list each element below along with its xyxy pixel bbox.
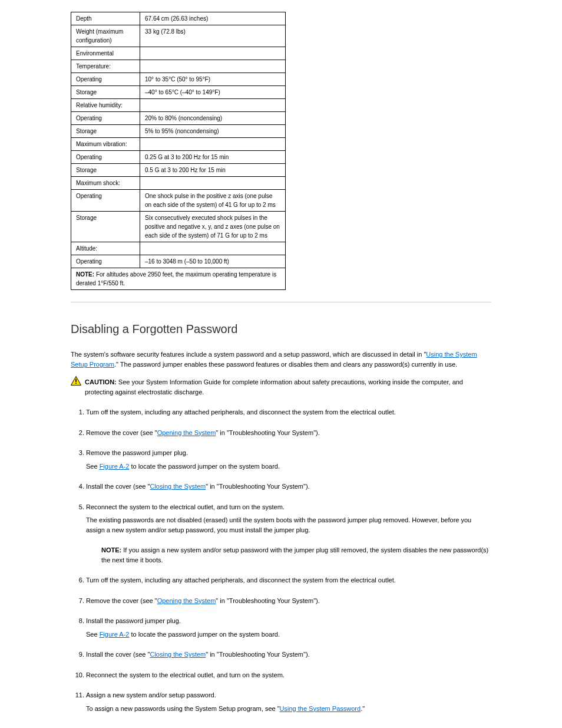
spec-name-cell: Relative humidity: xyxy=(71,99,140,112)
table-row: Storage0.5 G at 3 to 200 Hz for 15 min xyxy=(71,164,286,177)
spec-name-cell: Depth xyxy=(71,12,140,25)
step-subtext: See Figure A-2 to locate the password ju… xyxy=(86,630,491,640)
step-link[interactable]: Using the System Password xyxy=(280,705,361,712)
figure-link[interactable]: Figure A-2 xyxy=(100,463,130,470)
step-item: Install the cover (see "Closing the Syst… xyxy=(86,482,491,492)
svg-rect-1 xyxy=(75,379,77,383)
spec-value-cell: 20% to 80% (noncondensing) xyxy=(140,112,286,125)
spec-name-cell: Environmental xyxy=(71,47,140,60)
table-row: Operating0.25 G at 3 to 200 Hz for 15 mi… xyxy=(71,151,286,164)
spec-name-cell: Operating xyxy=(71,255,140,268)
caution-icon xyxy=(71,376,81,397)
spec-value-cell: One shock pulse in the positive z axis (… xyxy=(140,190,286,212)
table-row: Environmental xyxy=(71,47,286,60)
intro-paragraph: The system's software security features … xyxy=(71,350,491,369)
step-item: Reconnect the system to the electrical o… xyxy=(86,670,491,680)
table-note-row: NOTE: For altitudes above 2950 feet, the… xyxy=(71,268,286,290)
table-row: Temperature: xyxy=(71,60,286,73)
spec-name-cell: Maximum vibration: xyxy=(71,138,140,151)
spec-name-cell: Operating xyxy=(71,73,140,86)
spec-value-cell xyxy=(140,47,286,60)
spec-value-cell: Six consecutively executed shock pulses … xyxy=(140,212,286,242)
table-row: Storage–40° to 65°C (–40° to 149°F) xyxy=(71,86,286,99)
spec-value-cell: 10° to 35°C (50° to 95°F) xyxy=(140,73,286,86)
spec-value-cell xyxy=(140,138,286,151)
spec-value-cell: 0.25 G at 3 to 200 Hz for 15 min xyxy=(140,151,286,164)
spec-value-cell xyxy=(140,60,286,73)
table-row: Operating20% to 80% (noncondensing) xyxy=(71,112,286,125)
step-item: Remove the password jumper plug.See Figu… xyxy=(86,448,491,471)
step-link[interactable]: Closing the System xyxy=(150,483,206,490)
note-label: NOTE: xyxy=(101,546,121,554)
spec-name-cell: Operating xyxy=(71,112,140,125)
step-link[interactable]: Opening the System xyxy=(157,597,216,604)
step-item: Remove the cover (see "Opening the Syste… xyxy=(86,428,491,438)
step-item: Turn off the system, including any attac… xyxy=(86,407,491,417)
spec-name-cell: Temperature: xyxy=(71,60,140,73)
spec-value-cell: 5% to 95% (noncondensing) xyxy=(140,125,286,138)
step-item: Install the password jumper plug.See Fig… xyxy=(86,616,491,639)
spec-name-cell: Altitude: xyxy=(71,242,140,255)
caution-body: See your System Information Guide for co… xyxy=(85,378,463,396)
spec-value-cell xyxy=(140,99,286,112)
table-row: Depth67.64 cm (26.63 inches) xyxy=(71,12,286,25)
step-item: Install the cover (see "Closing the Syst… xyxy=(86,650,491,660)
spec-value-cell: 67.64 cm (26.63 inches) xyxy=(140,12,286,25)
step-item: Assign a new system and/or setup passwor… xyxy=(86,690,491,713)
section-heading: Disabling a Forgotten Password xyxy=(71,320,491,338)
table-row: Operating–16 to 3048 m (–50 to 10,000 ft… xyxy=(71,255,286,268)
table-row: Maximum vibration: xyxy=(71,138,286,151)
step-paragraph: To assign a new passwords using the Syst… xyxy=(86,704,491,714)
step-item: Reconnect the system to the electrical o… xyxy=(86,502,491,565)
spec-value-cell xyxy=(140,177,286,190)
specifications-table: Depth67.64 cm (26.63 inches)Weight (maxi… xyxy=(71,12,286,290)
table-note-cell: NOTE: For altitudes above 2950 feet, the… xyxy=(71,268,286,290)
spec-name-cell: Operating xyxy=(71,151,140,164)
svg-rect-2 xyxy=(75,383,77,384)
procedure-steps: Turn off the system, including any attac… xyxy=(71,407,491,713)
caution-label: CAUTION: xyxy=(85,378,117,386)
intro-text-a: The system's software security features … xyxy=(71,351,426,358)
table-row: Operating10° to 35°C (50° to 95°F) xyxy=(71,73,286,86)
spec-value-cell: 0.5 G at 3 to 200 Hz for 15 min xyxy=(140,164,286,177)
figure-link[interactable]: Figure A-2 xyxy=(100,631,130,638)
table-row: OperatingOne shock pulse in the positive… xyxy=(71,190,286,212)
spec-name-cell: Storage xyxy=(71,212,140,242)
spec-name-cell: Maximum shock: xyxy=(71,177,140,190)
section-divider xyxy=(71,302,491,302)
spec-name-cell: Storage xyxy=(71,164,140,177)
table-row: Maximum shock: xyxy=(71,177,286,190)
spec-name-cell: Operating xyxy=(71,190,140,212)
table-row: StorageSix consecutively executed shock … xyxy=(71,212,286,242)
spec-name-cell: Storage xyxy=(71,125,140,138)
table-row: Weight (maximum configuration)33 kg (72.… xyxy=(71,25,286,47)
spec-value-cell: –40° to 65°C (–40° to 149°F) xyxy=(140,86,286,99)
step-paragraph: The existing passwords are not disabled … xyxy=(86,515,491,535)
spec-value-cell: –16 to 3048 m (–50 to 10,000 ft) xyxy=(140,255,286,268)
spec-value-cell: 33 kg (72.8 lbs) xyxy=(140,25,286,47)
step-link[interactable]: Closing the System xyxy=(150,651,206,658)
step-item: Turn off the system, including any attac… xyxy=(86,575,491,585)
step-subtext: See Figure A-2 to locate the password ju… xyxy=(86,462,491,472)
table-row: Relative humidity: xyxy=(71,99,286,112)
intro-text-b: ." The password jumper enables these pas… xyxy=(114,361,457,368)
step-link[interactable]: Opening the System xyxy=(157,429,216,436)
step-item: Remove the cover (see "Opening the Syste… xyxy=(86,596,491,606)
caution-block: CAUTION: See your System Information Gui… xyxy=(71,376,491,397)
spec-name-cell: Weight (maximum configuration) xyxy=(71,25,140,47)
note-block: NOTE: If you assign a new system and/or … xyxy=(101,545,491,565)
spec-value-cell xyxy=(140,242,286,255)
spec-name-cell: Storage xyxy=(71,86,140,99)
caution-text: CAUTION: See your System Information Gui… xyxy=(85,376,491,397)
table-row: Altitude: xyxy=(71,242,286,255)
table-row: Storage5% to 95% (noncondensing) xyxy=(71,125,286,138)
